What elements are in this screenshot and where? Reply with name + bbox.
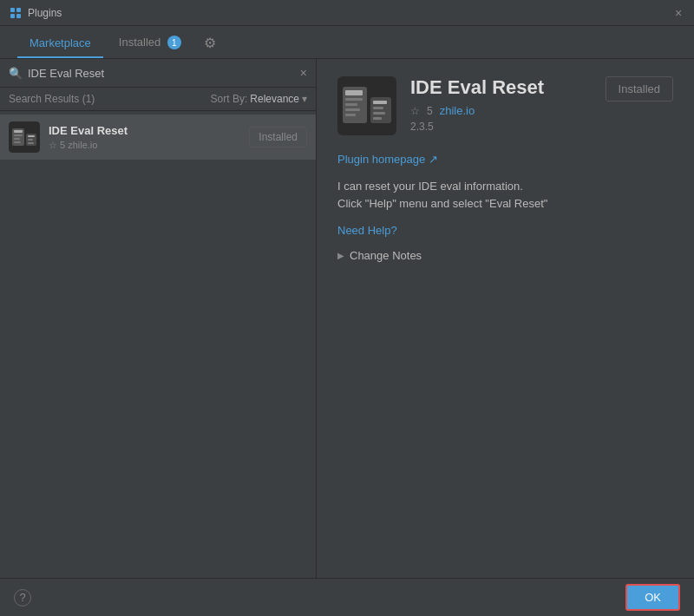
detail-rating: 5 bbox=[427, 105, 433, 117]
window-title: Plugins bbox=[28, 7, 671, 19]
plugin-header-info: IDE Eval Reset ☆ 5 zhile.io 2.3.5 bbox=[410, 76, 606, 133]
clear-search-button[interactable]: × bbox=[300, 66, 307, 80]
star-icon: ☆ bbox=[49, 140, 57, 151]
svg-rect-13 bbox=[28, 142, 34, 144]
results-header: Search Results (1) Sort By: Relevance ▾ bbox=[0, 88, 316, 111]
svg-rect-18 bbox=[345, 103, 357, 106]
rating-value: 5 bbox=[60, 140, 65, 150]
installed-badge: 1 bbox=[167, 36, 181, 49]
svg-rect-8 bbox=[14, 138, 20, 140]
plugin-list: IDE Eval Reset ☆ 5 zhile.io Installed bbox=[0, 111, 316, 578]
sort-label: Sort By: bbox=[211, 93, 248, 105]
plugin-icon-large bbox=[337, 76, 396, 135]
svg-rect-23 bbox=[373, 107, 383, 109]
svg-rect-2 bbox=[10, 14, 15, 18]
svg-rect-16 bbox=[345, 90, 363, 95]
svg-rect-25 bbox=[373, 117, 382, 120]
svg-rect-20 bbox=[345, 114, 356, 116]
results-count: Search Results (1) bbox=[9, 93, 95, 105]
vendor-name: zhile.io bbox=[68, 140, 97, 150]
change-notes-label: Change Notes bbox=[350, 249, 422, 262]
search-icon: 🔍 bbox=[9, 67, 23, 80]
tab-bar: Marketplace Installed 1 ⚙ bbox=[0, 26, 694, 59]
plugin-rating: ☆ 5 zhile.io bbox=[49, 140, 249, 151]
detail-title: IDE Eval Reset bbox=[410, 76, 606, 99]
search-input[interactable] bbox=[28, 67, 295, 80]
expand-icon: ▶ bbox=[337, 251, 344, 260]
chevron-down-icon: ▾ bbox=[302, 93, 307, 105]
footer-buttons: OK bbox=[625, 584, 680, 611]
list-item[interactable]: IDE Eval Reset ☆ 5 zhile.io Installed bbox=[0, 115, 316, 160]
svg-rect-7 bbox=[14, 134, 23, 136]
help-button[interactable]: ? bbox=[14, 589, 31, 606]
svg-rect-0 bbox=[10, 8, 15, 12]
title-bar: Plugins × bbox=[0, 0, 694, 26]
ok-button[interactable]: OK bbox=[625, 584, 680, 611]
svg-rect-19 bbox=[345, 108, 360, 111]
svg-rect-9 bbox=[14, 141, 21, 143]
svg-rect-6 bbox=[14, 130, 23, 133]
plugin-name: IDE Eval Reset bbox=[49, 124, 249, 137]
right-panel: IDE Eval Reset ☆ 5 zhile.io 2.3.5 Instal… bbox=[317, 59, 694, 578]
svg-rect-22 bbox=[373, 101, 387, 104]
homepage-link[interactable]: Plugin homepage ↗ bbox=[337, 153, 673, 166]
plugin-installed-button[interactable]: Installed bbox=[249, 127, 307, 147]
left-panel: 🔍 × Search Results (1) Sort By: Relevanc… bbox=[0, 59, 317, 578]
description-line2: Click "Help" menu and select "Eval Reset… bbox=[337, 195, 673, 213]
svg-rect-24 bbox=[373, 112, 385, 115]
plugins-window: Plugins × Marketplace Installed 1 ⚙ 🔍 × … bbox=[0, 0, 694, 616]
window-icon bbox=[9, 6, 23, 20]
svg-rect-3 bbox=[16, 14, 21, 18]
plugin-description: I can reset your IDE eval information. C… bbox=[337, 178, 673, 212]
plugin-info: IDE Eval Reset ☆ 5 zhile.io bbox=[49, 124, 249, 151]
sort-by-dropdown[interactable]: Sort By: Relevance ▾ bbox=[211, 93, 307, 105]
footer: ? OK bbox=[0, 578, 694, 616]
svg-rect-17 bbox=[345, 98, 363, 101]
detail-installed-button[interactable]: Installed bbox=[606, 76, 673, 102]
plugin-logo bbox=[9, 121, 40, 153]
search-bar: 🔍 × bbox=[0, 59, 316, 88]
detail-vendor-link[interactable]: zhile.io bbox=[440, 104, 475, 117]
svg-rect-12 bbox=[28, 139, 33, 141]
sort-value: Relevance bbox=[250, 93, 299, 105]
settings-tab[interactable]: ⚙ bbox=[197, 28, 223, 58]
svg-rect-11 bbox=[28, 135, 35, 137]
plugin-meta: ☆ 5 zhile.io bbox=[410, 104, 606, 117]
detail-star-icon: ☆ bbox=[410, 105, 420, 117]
main-content: 🔍 × Search Results (1) Sort By: Relevanc… bbox=[0, 59, 694, 578]
need-help-link[interactable]: Need Help? bbox=[337, 224, 673, 237]
description-line1: I can reset your IDE eval information. bbox=[337, 178, 673, 195]
svg-rect-1 bbox=[16, 8, 21, 12]
close-button[interactable]: × bbox=[671, 6, 685, 20]
tab-installed[interactable]: Installed 1 bbox=[107, 29, 193, 59]
change-notes-row[interactable]: ▶ Change Notes bbox=[337, 249, 673, 262]
detail-version: 2.3.5 bbox=[410, 121, 606, 133]
plugin-header: IDE Eval Reset ☆ 5 zhile.io 2.3.5 Instal… bbox=[337, 76, 673, 135]
tab-marketplace[interactable]: Marketplace bbox=[17, 29, 103, 58]
